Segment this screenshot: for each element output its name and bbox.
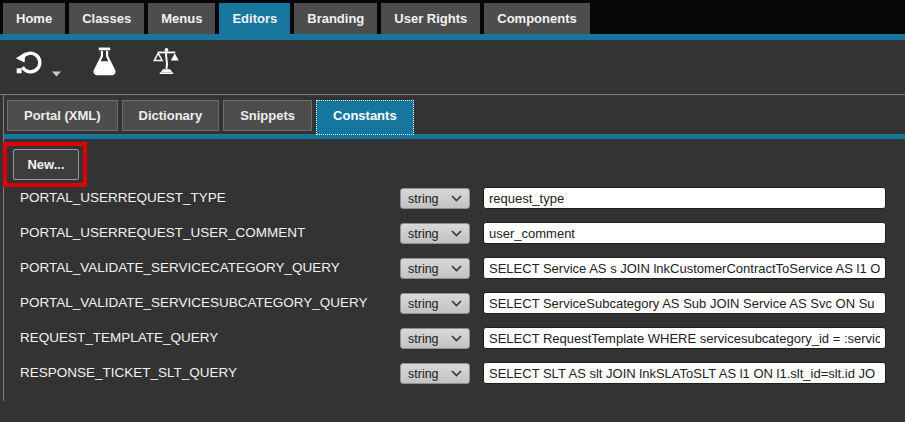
chevron-down-icon — [451, 230, 462, 237]
constant-type-value: string — [408, 367, 439, 381]
constant-type-select[interactable]: string — [400, 223, 470, 244]
toolbar — [0, 40, 905, 93]
nav-tab-menus[interactable]: Menus — [148, 3, 215, 34]
constant-type-select[interactable]: string — [400, 363, 470, 384]
flask-icon[interactable] — [91, 46, 118, 81]
top-navbar: Home Classes Menus Editors Branding User… — [0, 0, 905, 34]
constant-name: PORTAL_VALIDATE_SERVICECATEGORY_QUERY — [20, 255, 340, 281]
constant-name: PORTAL_VALIDATE_SERVICESUBCATEGORY_QUERY — [20, 290, 368, 316]
nav-tab-home[interactable]: Home — [3, 3, 65, 34]
caret-down-icon[interactable] — [52, 63, 61, 81]
scales-icon[interactable] — [151, 47, 182, 79]
constant-name: PORTAL_USERREQUEST_USER_COMMENT — [20, 220, 305, 246]
nav-tab-components[interactable]: Components — [484, 3, 589, 34]
constant-row: PORTAL_VALIDATE_SERVICESUBCATEGORY_QUERY… — [0, 290, 905, 325]
constant-type-value: string — [408, 297, 439, 311]
constant-type-select[interactable]: string — [400, 328, 470, 349]
tab-portal-xml[interactable]: Portal (XML) — [7, 100, 118, 131]
tab-snippets[interactable]: Snippets — [223, 100, 312, 131]
nav-tab-user-rights[interactable]: User Rights — [381, 3, 480, 34]
constant-value-input[interactable] — [483, 187, 886, 209]
tab-dictionary[interactable]: Dictionary — [122, 100, 220, 131]
constant-name: REQUEST_TEMPLATE_QUERY — [20, 325, 218, 351]
undo-icon[interactable] — [14, 47, 45, 82]
new-constant-button[interactable]: New... — [13, 149, 79, 180]
chevron-down-icon — [451, 265, 462, 272]
constant-value-input[interactable] — [483, 362, 886, 384]
tab-constants[interactable]: Constants — [316, 100, 414, 135]
constant-type-value: string — [408, 227, 439, 241]
constant-name: PORTAL_USERREQUEST_TYPE — [20, 185, 226, 211]
panel-top-border — [0, 94, 905, 95]
constant-type-value: string — [408, 332, 439, 346]
app-window: Home Classes Menus Editors Branding User… — [0, 0, 905, 422]
nav-tab-branding[interactable]: Branding — [294, 3, 377, 34]
constant-value-input[interactable] — [483, 327, 886, 349]
constants-list: PORTAL_USERREQUEST_TYPE string PORTAL_US… — [0, 185, 905, 395]
chevron-down-icon — [451, 335, 462, 342]
editor-tabs: Portal (XML) Dictionary Snippets Constan… — [7, 100, 414, 135]
chevron-down-icon — [451, 300, 462, 307]
chevron-down-icon — [451, 370, 462, 377]
constant-type-value: string — [408, 192, 439, 206]
constant-row: PORTAL_VALIDATE_SERVICECATEGORY_QUERY st… — [0, 255, 905, 290]
constant-value-input[interactable] — [483, 222, 886, 244]
nav-tab-editors[interactable]: Editors — [219, 3, 290, 40]
chevron-down-icon — [451, 195, 462, 202]
constant-row: REQUEST_TEMPLATE_QUERY string — [0, 325, 905, 360]
constant-type-value: string — [408, 262, 439, 276]
nav-accent-line — [0, 34, 905, 40]
constant-type-select[interactable]: string — [400, 293, 470, 314]
constant-type-select[interactable]: string — [400, 258, 470, 279]
constant-type-select[interactable]: string — [400, 188, 470, 209]
constant-name: RESPONSE_TICKET_SLT_QUERY — [20, 360, 237, 386]
constant-value-input[interactable] — [483, 292, 886, 314]
constant-row: PORTAL_USERREQUEST_TYPE string — [0, 185, 905, 220]
constant-row: PORTAL_USERREQUEST_USER_COMMENT string — [0, 220, 905, 255]
constant-row: RESPONSE_TICKET_SLT_QUERY string — [0, 360, 905, 395]
constant-value-input[interactable] — [483, 257, 886, 279]
nav-tab-classes[interactable]: Classes — [69, 3, 144, 34]
